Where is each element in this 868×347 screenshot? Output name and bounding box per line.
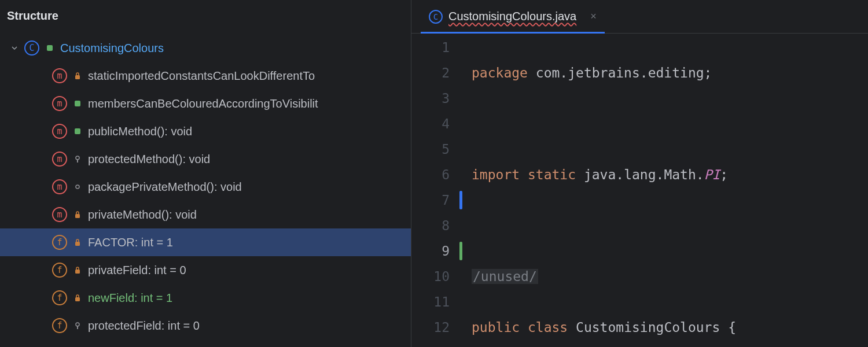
- line-number[interactable]: 10: [411, 264, 464, 289]
- vcs-change-marker[interactable]: [459, 242, 462, 260]
- method-icon: m: [52, 179, 67, 194]
- class-icon: C: [24, 40, 39, 56]
- private-icon: [73, 266, 82, 274]
- svg-rect-3: [75, 128, 80, 134]
- method-icon: m: [52, 68, 67, 83]
- public-icon: [45, 45, 54, 51]
- line-number[interactable]: 12: [411, 315, 464, 340]
- svg-point-6: [76, 185, 79, 189]
- line-number[interactable]: 2: [411, 60, 464, 86]
- tree-item-label: publicMethod(): void: [88, 125, 192, 138]
- tree-item-label: membersCanBeColouredAccordingToVisibilit: [88, 97, 318, 110]
- structure-panel: Structure C CustomisingColours mstaticIm…: [0, 0, 411, 347]
- tab-filename: CustomisingColours.java: [448, 10, 576, 23]
- public-icon: [73, 128, 82, 135]
- field-icon: f: [52, 290, 67, 305]
- tree-root-row[interactable]: C CustomisingColours: [0, 34, 411, 62]
- tree-item[interactable]: mmembersCanBeColouredAccordingToVisibili…: [0, 90, 411, 117]
- protected-icon: [73, 322, 82, 330]
- protected-icon: [73, 155, 82, 163]
- editor-tab[interactable]: C CustomisingColours.java ×: [425, 0, 600, 33]
- method-icon: m: [52, 124, 67, 139]
- field-icon: f: [52, 318, 67, 333]
- tree-item[interactable]: mpublicMethod(): void: [0, 117, 411, 145]
- line-gutter: 123456789101112: [411, 34, 464, 347]
- tree-root-label: CustomisingColours: [60, 42, 164, 55]
- tree-item[interactable]: fFACTOR: int = 1: [0, 228, 411, 256]
- svg-rect-9: [75, 270, 80, 274]
- tree-item[interactable]: mpackagePrivateMethod(): void: [0, 173, 411, 201]
- tree-item[interactable]: mstaticImportedConstantsCanLookDifferent…: [0, 62, 411, 90]
- chevron-down-icon[interactable]: [10, 44, 19, 52]
- field-icon: f: [52, 263, 67, 278]
- svg-rect-2: [75, 101, 80, 106]
- field-icon: f: [52, 235, 67, 250]
- editor-tab-bar: C CustomisingColours.java ×: [411, 0, 868, 34]
- svg-rect-7: [75, 214, 80, 218]
- svg-rect-10: [75, 297, 80, 301]
- close-icon[interactable]: ×: [590, 10, 597, 23]
- tree-item[interactable]: fprotectedField: int = 0: [0, 312, 411, 339]
- public-icon: [73, 100, 82, 107]
- line-number[interactable]: 6: [411, 162, 464, 187]
- structure-title: Structure: [0, 0, 411, 34]
- code-editor[interactable]: 123456789101112 package com.jetbrains.ed…: [411, 34, 868, 347]
- svg-rect-12: [77, 326, 78, 329]
- editor-panel: C CustomisingColours.java × 123456789101…: [411, 0, 868, 347]
- private-icon: [73, 294, 82, 302]
- tree-item[interactable]: fnewField: int = 1: [0, 284, 411, 312]
- structure-tree: C CustomisingColours mstaticImportedCons…: [0, 34, 411, 347]
- line-number[interactable]: 5: [411, 136, 464, 162]
- tree-item-label: newField: int = 1: [88, 291, 172, 305]
- package-icon: [73, 184, 82, 190]
- line-number[interactable]: 8: [411, 213, 464, 238]
- line-number[interactable]: 11: [411, 289, 464, 315]
- tree-item-label: packagePrivateMethod(): void: [88, 180, 242, 194]
- tree-item-label: privateMethod(): void: [88, 208, 197, 222]
- svg-rect-1: [75, 75, 80, 79]
- line-number[interactable]: 7: [411, 187, 464, 213]
- tree-item-label: staticImportedConstantsCanLookDifferentT…: [88, 69, 315, 83]
- line-number[interactable]: 4: [411, 111, 464, 136]
- method-icon: m: [52, 96, 67, 111]
- private-icon: [73, 238, 82, 246]
- private-icon: [73, 211, 82, 219]
- line-number[interactable]: 1: [411, 35, 464, 60]
- tree-item-label: privateField: int = 0: [88, 264, 186, 277]
- tree-item[interactable]: fprivateField: int = 0: [0, 256, 411, 284]
- tree-item[interactable]: mprivateMethod(): void: [0, 201, 411, 228]
- tree-item-label: protectedField: int = 0: [88, 319, 200, 333]
- tree-item[interactable]: mprotectedMethod(): void: [0, 145, 411, 173]
- vcs-change-marker[interactable]: [459, 191, 462, 209]
- tree-item-label: protectedMethod(): void: [88, 153, 210, 166]
- tree-item-label: FACTOR: int = 1: [88, 236, 173, 249]
- line-number[interactable]: 9: [411, 238, 464, 264]
- private-icon: [73, 72, 82, 80]
- line-number[interactable]: 3: [411, 86, 464, 111]
- svg-rect-8: [75, 242, 80, 246]
- method-icon: m: [52, 152, 67, 167]
- svg-rect-5: [77, 159, 78, 163]
- method-icon: m: [52, 207, 67, 222]
- class-icon: C: [429, 10, 443, 24]
- code-area[interactable]: package com.jetbrains.editing; import st…: [464, 34, 868, 347]
- svg-rect-0: [47, 45, 53, 51]
